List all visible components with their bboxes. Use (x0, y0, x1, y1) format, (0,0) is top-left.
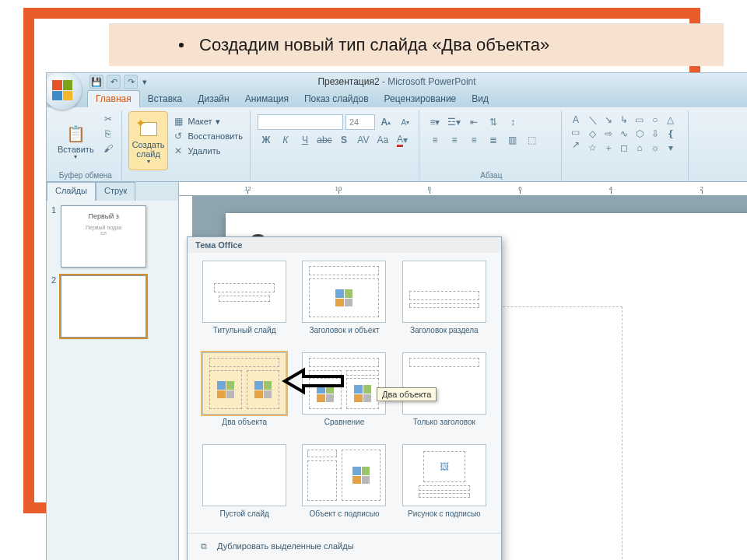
shape-box-button[interactable]: ▭ (569, 127, 583, 138)
tab-animation[interactable]: Анимация (237, 91, 296, 107)
cut-button[interactable]: ✂ (100, 112, 117, 126)
shape-oval-icon[interactable]: ○ (648, 114, 662, 126)
new-slide-button[interactable]: ✦ Создать слайд ▾ (129, 112, 168, 170)
shape-sun-icon[interactable]: ☼ (648, 142, 662, 154)
layout-option-picture-caption[interactable]: 🖼 (402, 444, 486, 506)
delete-slide-button[interactable]: ✕Удалить (170, 144, 244, 158)
shape-conn-icon[interactable]: ↳ (617, 114, 631, 126)
char-spacing-button[interactable]: AV (355, 132, 372, 148)
layout-option-title-slide[interactable] (202, 261, 286, 323)
shape-tri-icon[interactable]: △ (664, 114, 678, 126)
slides-panel: Слайды Струк 1 Первый з Первый подза сл … (47, 182, 179, 560)
justify-button[interactable]: ≣ (485, 132, 502, 148)
shrink-font-button[interactable]: A▾ (397, 114, 414, 130)
layout-option-blank[interactable] (202, 444, 286, 506)
shape-more-icon[interactable]: ▾ (664, 142, 678, 154)
align-right-button[interactable]: ≡ (465, 132, 482, 148)
font-size-combo[interactable]: 24 (345, 114, 375, 130)
side-tab-outline[interactable]: Струк (96, 182, 135, 201)
paragraph-group-label: Абзац (426, 170, 556, 181)
ribbon-tabs: Главная Вставка Дизайн Анимация Показ сл… (47, 90, 747, 107)
copy-icon: ⎘ (102, 128, 114, 140)
shape-arrow-icon[interactable]: ↘ (601, 114, 615, 126)
layout-option-two-content[interactable] (202, 352, 286, 415)
thumb-number: 2 (51, 275, 56, 338)
title-bar: 💾 ↶ ↷ ▾ Презентация2 - Microsoft PowerPo… (47, 73, 747, 90)
tab-insert[interactable]: Вставка (140, 91, 191, 107)
tab-slideshow[interactable]: Показ слайдов (296, 91, 377, 107)
side-tab-slides[interactable]: Слайды (47, 182, 96, 201)
shape-curve-icon[interactable]: ∿ (617, 128, 631, 140)
reset-button[interactable]: ↺Восстановить (170, 129, 244, 143)
list-level-button[interactable]: ⇤ (465, 114, 482, 130)
shapes-gallery[interactable]: ＼↘↳▭○△ ◇⇨∿⬡⇩❴ ☆＋◻⌂☼▾ (584, 112, 679, 170)
paste-button[interactable]: 📋 Вставить ▾ (54, 112, 97, 170)
scissors-icon: ✂ (102, 113, 114, 125)
convert-smartart-button[interactable]: ⬚ (524, 132, 541, 148)
underline-button[interactable]: Ч (296, 132, 314, 148)
layout-gallery-footer: ⧉Дублировать выделенные слайды 📄Слайды и… (188, 533, 501, 560)
bold-button[interactable]: Ж (258, 132, 275, 148)
instruction-banner: Создадим новый тип слайда «Два объекта» (109, 23, 724, 66)
line-spacing-button[interactable]: ⇅ (485, 114, 502, 130)
office-logo-icon (52, 80, 72, 100)
shape-callout-icon[interactable]: ◻ (617, 142, 631, 154)
group-font: 24 A▴ A▾ Ж К Ч abc S AV Aa A▾ (253, 110, 419, 181)
shape-line-button[interactable]: ↗ (569, 139, 583, 150)
shape-line-icon[interactable]: ＼ (586, 114, 600, 126)
brush-icon: 🖌 (102, 142, 114, 155)
shape-rect-icon[interactable]: ▭ (633, 114, 647, 126)
columns-button[interactable]: ▥ (504, 132, 521, 148)
layout-option-title-only[interactable] (402, 352, 486, 415)
clipboard-group-label: Буфер обмена (54, 170, 117, 181)
tab-review[interactable]: Рецензирование (377, 91, 465, 107)
tab-view[interactable]: Вид (464, 91, 496, 107)
font-name-combo[interactable] (258, 114, 343, 130)
bullets-button[interactable]: ≡▾ (426, 114, 444, 130)
font-color-button[interactable]: A▾ (394, 132, 411, 148)
thumb-number: 1 (51, 205, 56, 268)
duplicate-slides-item[interactable]: ⧉Дублировать выделенные слайды (188, 537, 501, 555)
reset-icon: ↺ (172, 130, 184, 142)
arrow-annotation-icon (279, 366, 349, 397)
group-paragraph: ≡▾ ☲▾ ⇤ ⇅ ↕ ≡ ≡ ≡ ≣ ▥ ⬚ Абзац (422, 110, 562, 181)
tab-design[interactable]: Дизайн (190, 91, 237, 107)
change-case-button[interactable]: Aa (374, 132, 391, 148)
align-center-button[interactable]: ≡ (446, 132, 463, 148)
instruction-text: Создадим новый тип слайда «Два объекта» (199, 35, 549, 55)
qat-customize-button[interactable]: ▾ (141, 75, 149, 89)
layout-option-content-caption[interactable] (302, 444, 386, 506)
copy-button[interactable]: ⎘ (100, 127, 117, 141)
shape-plus-icon[interactable]: ＋ (601, 142, 615, 154)
shape-hex-icon[interactable]: ⬡ (633, 128, 647, 140)
text-direction-button[interactable]: ↕ (504, 114, 521, 130)
qat-undo-button[interactable]: ↶ (107, 75, 121, 89)
align-left-button[interactable]: ≡ (426, 132, 444, 148)
layout-gallery-popup: Тема Office Титульный слайд Заголовок и … (187, 236, 502, 560)
svg-marker-0 (285, 370, 342, 392)
shape-star-icon[interactable]: ☆ (586, 142, 600, 154)
horizontal-ruler: 12108642 (179, 182, 747, 196)
numbering-button[interactable]: ☲▾ (446, 114, 463, 130)
shape-diamond-icon[interactable]: ◇ (586, 128, 600, 140)
layout-button[interactable]: ▦Макет ▾ (170, 114, 244, 128)
shadow-button[interactable]: S (335, 132, 352, 148)
shape-brace-icon[interactable]: ❴ (664, 128, 678, 140)
slide-thumbnail[interactable]: Первый з Первый подза сл (61, 205, 146, 268)
format-painter-button[interactable]: 🖌 (100, 142, 117, 156)
slides-from-outline-item[interactable]: 📄Слайды из структуры... (188, 555, 501, 560)
shape-cyl-icon[interactable]: ⌂ (633, 142, 647, 154)
grow-font-button[interactable]: A▴ (377, 114, 395, 130)
layout-option-section-header[interactable] (402, 261, 486, 323)
strike-button[interactable]: abc (316, 132, 333, 148)
tab-home[interactable]: Главная (87, 90, 140, 107)
qat-redo-button[interactable]: ↷ (124, 75, 138, 89)
shape-arrow3-icon[interactable]: ⇩ (648, 128, 662, 140)
layout-option-title-content[interactable] (302, 261, 386, 323)
slide-thumbnail[interactable] (61, 275, 146, 338)
italic-button[interactable]: К (277, 132, 294, 148)
qat-save-button[interactable]: 💾 (89, 75, 103, 89)
thumbnails-list: 1 Первый з Первый подза сл 2 (47, 201, 178, 560)
textbox-small-button[interactable]: A (569, 114, 583, 125)
shape-arrow2-icon[interactable]: ⇨ (601, 128, 615, 140)
